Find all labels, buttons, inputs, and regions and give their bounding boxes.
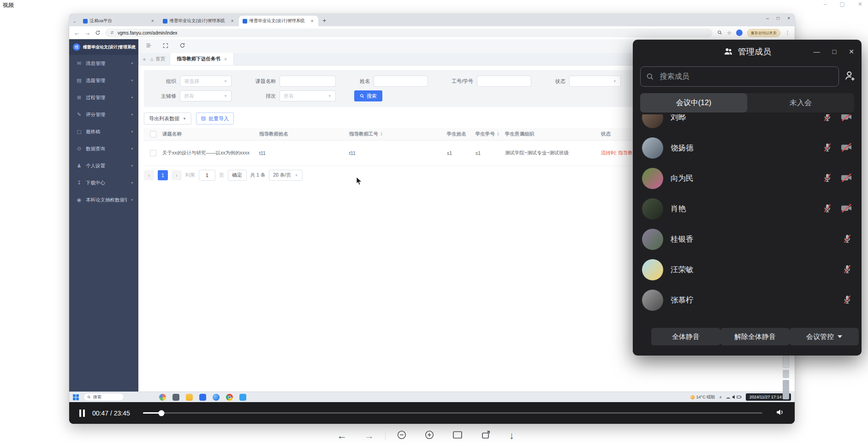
weather-widget[interactable]: 14°C 晴朗 xyxy=(690,394,715,400)
site-permissions-icon[interactable] xyxy=(110,30,114,35)
progress-bar[interactable] xyxy=(143,412,762,414)
sidebar-item[interactable]: ▤ 选题管理 ▼ xyxy=(69,72,138,89)
rotate-icon[interactable] xyxy=(481,430,492,441)
col-teacher-id[interactable]: 指导教师工号 ▲▼ xyxy=(349,131,447,137)
member-row[interactable]: 刘晔 xyxy=(633,114,862,133)
minimize-icon[interactable]: – xyxy=(824,1,827,7)
col-student-name[interactable]: 学生姓名 xyxy=(447,131,476,137)
current-page-button[interactable]: 1 xyxy=(158,170,168,180)
sidebar-item[interactable]: ♟ 个人设置 ▼ xyxy=(69,157,138,174)
member-row[interactable]: 饶扬德 xyxy=(633,133,862,163)
name-input[interactable] xyxy=(374,76,428,87)
forward-icon[interactable]: → xyxy=(364,431,374,440)
col-student-id[interactable]: 学生学号 ▲▼ xyxy=(476,131,505,137)
browser-maximize-icon[interactable]: □ xyxy=(777,16,779,21)
browser-tab[interactable]: 泛易oa平台 × xyxy=(79,16,159,26)
floating-scroll-widget[interactable] xyxy=(783,355,789,399)
download-icon[interactable]: ↓ xyxy=(509,431,514,440)
sidebar-item[interactable]: ▢ 最终稿 ▼ xyxy=(69,123,138,140)
unmute-all-button[interactable]: 解除全体静音 xyxy=(720,328,790,345)
sidebar-item[interactable]: ✎ 评分管理 ▼ xyxy=(69,106,138,123)
camera-off-icon[interactable] xyxy=(841,203,852,215)
browser-tab[interactable]: 维普毕业论文(设计)管理系统 × xyxy=(159,16,238,26)
member-row[interactable]: 张慕柠 xyxy=(633,285,862,315)
org-select[interactable]: 请选择 ▼ xyxy=(180,76,232,87)
screenshot-icon[interactable] xyxy=(452,430,463,441)
taskbar-app-icon[interactable] xyxy=(186,394,193,401)
sort-icon[interactable]: ▲▼ xyxy=(497,132,499,136)
zoom-out-icon[interactable] xyxy=(397,430,407,441)
member-row[interactable]: 桂银香 xyxy=(633,224,862,255)
browser-update-chip[interactable]: 重新启动以更新 xyxy=(747,29,780,37)
member-row[interactable]: 汪荣敏 xyxy=(633,255,862,285)
panel-maximize-icon[interactable]: □ xyxy=(832,48,836,55)
prev-page-button[interactable]: ‹ xyxy=(144,170,154,180)
col-teacher-name[interactable]: 指导教师姓名 xyxy=(259,131,349,137)
member-search-box[interactable] xyxy=(640,66,839,87)
browser-minimize-icon[interactable]: – xyxy=(767,16,769,21)
tab-close-icon[interactable]: × xyxy=(230,18,235,24)
mic-muted-icon[interactable] xyxy=(822,203,832,215)
member-row[interactable]: 肖艳 xyxy=(633,194,862,224)
mic-muted-icon[interactable] xyxy=(822,114,832,124)
scrollbar-thumb[interactable] xyxy=(783,380,789,399)
pause-button-icon[interactable] xyxy=(79,409,85,417)
browser-reload-icon[interactable] xyxy=(95,30,101,36)
status-select[interactable]: ▼ xyxy=(569,76,621,87)
tab-close-icon[interactable]: × xyxy=(224,56,227,62)
sidebar-item[interactable]: ⊙ 数据查询 ▼ xyxy=(69,140,138,157)
id-input[interactable] xyxy=(477,76,531,87)
export-button[interactable]: 导出列表数据 ▼ xyxy=(144,113,191,125)
search-button[interactable]: 搜索 xyxy=(354,90,382,101)
row-checkbox[interactable] xyxy=(150,150,156,156)
mute-all-button[interactable]: 全体静音 xyxy=(651,328,720,345)
batch-import-button[interactable]: 批量导入 xyxy=(196,113,234,125)
refresh-icon[interactable] xyxy=(179,42,185,50)
col-student-org[interactable]: 学生所属组织 xyxy=(505,131,601,137)
major-select[interactable]: 所有 ▼ xyxy=(180,90,232,101)
maximize-icon[interactable]: ▢ xyxy=(840,1,845,7)
taskbar-app-icon[interactable] xyxy=(159,394,166,401)
topic-input[interactable] xyxy=(279,76,336,87)
taskbar-app-icon[interactable] xyxy=(213,394,220,401)
panel-minimize-icon[interactable]: — xyxy=(814,48,820,55)
tab-home[interactable]: ⌂ 首页 xyxy=(150,56,165,62)
taskbar-app-icon[interactable] xyxy=(226,394,233,401)
browser-tab[interactable]: 维普毕业论文(设计)管理系统 × xyxy=(239,16,318,26)
member-list[interactable]: 刘晔 饶扬德 xyxy=(633,114,862,326)
taskbar-app-icon[interactable] xyxy=(199,394,206,401)
confirm-button[interactable]: 确定 xyxy=(228,170,247,181)
tab-search-chevron-icon[interactable]: ⌄ xyxy=(73,19,77,24)
tray-status-icons[interactable] xyxy=(726,395,742,399)
widget-top-block[interactable] xyxy=(783,355,789,368)
sort-icon[interactable]: ▲▼ xyxy=(380,132,383,136)
browser-profile-avatar[interactable] xyxy=(736,30,743,36)
add-member-icon[interactable] xyxy=(844,70,856,84)
member-search-input[interactable] xyxy=(659,72,833,81)
player-progress-handle[interactable] xyxy=(159,410,165,416)
taskbar-app-icon[interactable] xyxy=(239,394,246,401)
meeting-controls-button[interactable]: 会议管控 xyxy=(790,328,859,345)
volume-icon[interactable] xyxy=(775,408,785,419)
member-row[interactable]: 向为民 xyxy=(633,163,862,194)
mic-muted-icon[interactable] xyxy=(842,233,852,246)
address-bar[interactable]: vgms.fanyu.com/admin/index xyxy=(105,29,713,37)
search-icon[interactable] xyxy=(717,30,722,36)
panel-close-icon[interactable]: ✕ xyxy=(849,48,854,55)
col-topic[interactable]: 课题名称 xyxy=(162,131,259,137)
back-icon[interactable]: ← xyxy=(337,431,347,440)
fullscreen-icon[interactable] xyxy=(163,42,168,50)
sidebar-item[interactable]: ⊞ 过程管理 ▼ xyxy=(69,89,138,106)
mic-muted-icon[interactable] xyxy=(822,172,832,185)
tray-expand-icon[interactable]: ∧ xyxy=(719,395,722,399)
panel-tab[interactable]: 未入会 xyxy=(747,93,854,113)
mic-muted-icon[interactable] xyxy=(842,264,852,276)
new-tab-button[interactable]: + xyxy=(323,17,327,24)
start-button-icon[interactable] xyxy=(73,394,79,400)
panel-tab[interactable]: 会议中(12) xyxy=(640,93,747,113)
browser-menu-kebab-icon[interactable]: ⋮ xyxy=(785,30,790,36)
zoom-in-icon[interactable] xyxy=(424,430,434,441)
next-page-button[interactable]: › xyxy=(172,170,182,180)
camera-off-icon[interactable] xyxy=(841,142,852,154)
taskbar-search[interactable]: 搜索 xyxy=(83,393,124,401)
